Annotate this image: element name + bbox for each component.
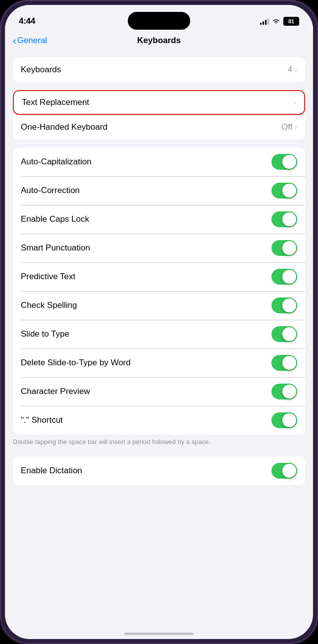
auto-correct-toggle[interactable] — [271, 183, 297, 198]
dynamic-island — [128, 12, 190, 30]
list-item-predictive[interactable]: Predictive Text — [13, 262, 305, 291]
keyboards-right: 4 › — [288, 65, 297, 75]
text-replacement-chevron-icon: › — [293, 98, 296, 107]
page-title: Keyboards — [137, 36, 181, 46]
auto-cap-label: Auto-Capitalization — [21, 157, 92, 167]
back-button[interactable]: ‹ General — [13, 36, 47, 46]
auto-correct-label: Auto-Correction — [21, 186, 80, 196]
section-keyboards: Keyboards 4 › — [13, 57, 305, 82]
section-dictation: Enable Dictation — [13, 456, 305, 485]
list-item-caps-lock[interactable]: Enable Caps Lock — [13, 205, 305, 234]
list-item-text-replacement[interactable]: Text Replacement › — [13, 90, 305, 115]
phone-screen: 4:44 81 ‹ General Keyboard — [5, 5, 313, 639]
slide-to-type-label: Slide to Type — [21, 329, 69, 339]
back-chevron-icon: ‹ — [13, 36, 16, 46]
smart-punct-label: Smart Punctuation — [21, 243, 90, 253]
delete-slide-toggle[interactable] — [271, 355, 297, 371]
one-handed-label: One-Handed Keyboard — [21, 122, 107, 132]
list-item-delete-slide[interactable]: Delete Slide-to-Type by Word — [13, 348, 305, 377]
slide-to-type-toggle[interactable] — [271, 326, 297, 342]
caps-lock-label: Enable Caps Lock — [21, 214, 89, 224]
list-item-one-handed[interactable]: One-Handed Keyboard Off › — [13, 115, 305, 140]
keyboards-count: 4 — [288, 65, 292, 75]
status-right: 81 — [260, 17, 299, 26]
list-item-smart-punct[interactable]: Smart Punctuation — [13, 234, 305, 262]
delete-slide-label: Delete Slide-to-Type by Word — [21, 358, 131, 368]
auto-cap-toggle[interactable] — [271, 154, 297, 170]
predictive-label: Predictive Text — [21, 272, 75, 282]
section-text-replacement: Text Replacement › One-Handed Keyboard O… — [13, 90, 305, 140]
text-replacement-label: Text Replacement — [22, 98, 89, 107]
signal-icon — [260, 18, 269, 25]
check-spelling-label: Check Spelling — [21, 300, 77, 310]
period-shortcut-label: "." Shortcut — [21, 415, 63, 425]
list-item-char-preview[interactable]: Character Preview — [13, 377, 305, 406]
check-spelling-toggle[interactable] — [271, 297, 297, 313]
list-item-check-spelling[interactable]: Check Spelling — [13, 291, 305, 320]
phone-frame: 4:44 81 ‹ General Keyboard — [0, 0, 318, 644]
text-replacement-right: › — [293, 98, 296, 107]
one-handed-value: Off — [281, 122, 292, 132]
period-shortcut-toggle[interactable] — [271, 412, 297, 428]
list-item-period-shortcut[interactable]: "." Shortcut — [13, 406, 305, 435]
smart-punct-toggle[interactable] — [271, 240, 297, 256]
status-time: 4:44 — [19, 16, 35, 26]
list-item-auto-correct[interactable]: Auto-Correction — [13, 176, 305, 205]
list-item-dictation[interactable]: Enable Dictation — [13, 456, 305, 485]
back-label: General — [17, 36, 47, 46]
dictation-label: Enable Dictation — [21, 466, 82, 476]
period-shortcut-hint: Double tapping the space bar will insert… — [5, 435, 313, 448]
section-toggles: Auto-Capitalization Auto-Correction Enab… — [13, 148, 305, 435]
list-item-auto-cap[interactable]: Auto-Capitalization — [13, 148, 305, 176]
nav-bar: ‹ General Keyboards — [5, 32, 313, 50]
keyboards-label: Keyboards — [21, 65, 61, 75]
caps-lock-toggle[interactable] — [271, 211, 297, 227]
battery-icon: 81 — [283, 17, 299, 26]
home-indicator — [124, 633, 194, 635]
list-item-keyboards[interactable]: Keyboards 4 › — [13, 57, 305, 82]
one-handed-chevron-icon: › — [294, 122, 297, 132]
predictive-toggle[interactable] — [271, 269, 297, 285]
dictation-toggle[interactable] — [271, 463, 297, 479]
one-handed-right: Off › — [281, 122, 297, 132]
char-preview-label: Character Preview — [21, 387, 90, 396]
wifi-icon — [272, 18, 280, 25]
content-area: Keyboards 4 › Text Replacement › One-Han… — [5, 50, 313, 629]
keyboards-chevron-icon: › — [294, 65, 297, 75]
list-item-slide-to-type[interactable]: Slide to Type — [13, 320, 305, 348]
char-preview-toggle[interactable] — [271, 384, 297, 399]
